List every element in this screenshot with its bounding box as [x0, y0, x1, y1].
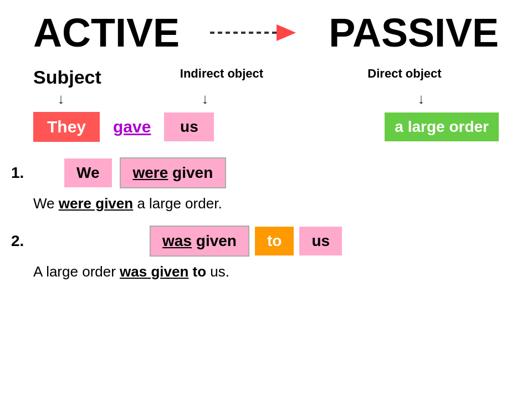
indirect-down-arrow: ↓: [202, 90, 209, 107]
active-to-passive-arrow: [210, 19, 299, 47]
sentence2-verb: was given: [120, 263, 188, 280]
active-sentence-row: They gave us a large order: [0, 112, 532, 142]
passive2-us-box: us: [299, 227, 342, 255]
were-text: were: [133, 164, 168, 181]
passive1-sentence: We were given a large order.: [0, 195, 532, 212]
passive2-verb-box: was given: [150, 226, 249, 257]
svg-marker-1: [277, 24, 296, 41]
direct-down-arrow: ↓: [418, 90, 425, 107]
direct-object-label: Direct object: [349, 66, 460, 81]
subject-label: Subject: [33, 66, 133, 88]
active-label: ACTIVE: [33, 10, 180, 55]
passive2-to-box: to: [255, 227, 294, 255]
section1-number: 1.: [11, 164, 33, 182]
given-text: given: [168, 164, 213, 181]
indirect-object-box: us: [164, 112, 214, 141]
sentence2-prefix: A large order: [33, 263, 120, 280]
was-text: was: [162, 232, 192, 249]
sentence1-verb: were given: [59, 195, 133, 212]
passive1-verb-box: were given: [120, 157, 227, 188]
sentence2-suffix: us.: [206, 263, 229, 280]
passive1-subject-box: We: [64, 158, 112, 187]
passive2-sentence: A large order was given to us.: [0, 263, 532, 280]
subject-down-arrow: ↓: [58, 90, 65, 107]
subject-box: They: [33, 112, 100, 142]
labels-row: Subject Indirect object Direct object: [0, 66, 532, 88]
header: ACTIVE PASSIVE: [0, 0, 532, 61]
sentence2-to: to: [188, 263, 206, 280]
arrow-container: [199, 19, 310, 47]
given2-text: given: [192, 232, 237, 249]
indirect-object-label: Indirect object: [161, 66, 283, 81]
sentence1-prefix: We: [33, 195, 59, 212]
direct-object-box: a large order: [385, 112, 499, 141]
sentence1-suffix: a large order.: [133, 195, 222, 212]
section2-number: 2.: [11, 232, 33, 250]
passive-label: PASSIVE: [329, 10, 499, 55]
verb-gave: gave: [113, 117, 151, 136]
